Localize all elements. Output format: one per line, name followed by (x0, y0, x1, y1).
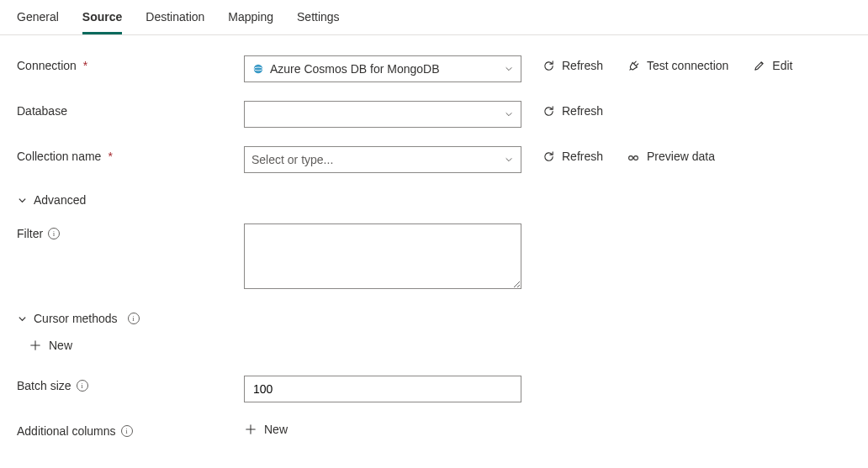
plus-icon (29, 339, 42, 352)
chevron-down-icon (504, 155, 514, 165)
refresh-label: Refresh (562, 59, 603, 72)
label-database: Database (17, 104, 67, 118)
info-icon[interactable]: i (77, 380, 88, 392)
label-additional-columns: Additional columns (17, 424, 116, 438)
chevron-down-icon (504, 109, 514, 119)
edit-label: Edit (772, 59, 792, 72)
required-marker: * (83, 59, 87, 72)
cosmos-db-icon (251, 62, 265, 76)
label-batch-size: Batch size (17, 379, 71, 392)
pencil-icon (752, 59, 765, 72)
svg-point-3 (634, 156, 638, 160)
refresh-icon (542, 104, 555, 118)
edit-connection-button[interactable]: Edit (752, 59, 792, 72)
preview-data-button[interactable]: Preview data (627, 150, 715, 163)
label-connection: Connection (17, 59, 77, 72)
required-marker: * (108, 150, 112, 163)
tab-bar: General Source Destination Mapping Setti… (0, 0, 868, 35)
glasses-icon (627, 150, 640, 163)
svg-point-2 (629, 156, 633, 160)
refresh-connection-button[interactable]: Refresh (542, 59, 603, 72)
tab-mapping[interactable]: Mapping (228, 0, 273, 34)
new-label: New (264, 423, 288, 436)
tab-source[interactable]: Source (82, 0, 122, 34)
info-icon[interactable]: i (48, 228, 60, 239)
refresh-database-button[interactable]: Refresh (542, 104, 603, 118)
plus-icon (244, 423, 257, 436)
new-label: New (49, 339, 72, 352)
refresh-label: Refresh (562, 150, 603, 163)
advanced-toggle[interactable]: Advanced (17, 192, 86, 208)
batch-size-input[interactable] (244, 376, 521, 402)
refresh-icon (542, 59, 555, 72)
refresh-collection-button[interactable]: Refresh (542, 150, 603, 163)
test-connection-button[interactable]: Test connection (627, 59, 728, 72)
refresh-label: Refresh (562, 104, 603, 118)
database-dropdown[interactable] (244, 101, 521, 128)
chevron-down-icon (17, 313, 27, 323)
connection-value: Azure Cosmos DB for MongoDB (270, 62, 504, 76)
filter-input[interactable] (244, 223, 521, 289)
cursor-methods-label: Cursor methods (34, 312, 118, 325)
tab-settings[interactable]: Settings (297, 0, 340, 34)
tab-general[interactable]: General (17, 0, 59, 34)
chevron-down-icon (17, 195, 27, 205)
tab-destination[interactable]: Destination (146, 0, 204, 34)
new-additional-column-button[interactable]: New (244, 423, 288, 436)
label-collection: Collection name (17, 150, 101, 163)
test-connection-label: Test connection (647, 59, 728, 72)
preview-data-label: Preview data (647, 150, 715, 163)
chevron-down-icon (504, 64, 514, 74)
info-icon[interactable]: i (121, 425, 133, 437)
plug-icon (627, 59, 640, 72)
svg-point-0 (254, 65, 263, 74)
collection-placeholder: Select or type... (251, 153, 504, 166)
form-area: Connection * Azure Cosmos DB for MongoDB… (0, 35, 868, 450)
advanced-label: Advanced (34, 193, 86, 207)
label-filter: Filter (17, 227, 43, 240)
cursor-methods-toggle[interactable]: Cursor methods i (17, 310, 140, 327)
info-icon[interactable]: i (128, 313, 140, 324)
refresh-icon (542, 150, 555, 163)
collection-dropdown[interactable]: Select or type... (244, 146, 521, 173)
new-cursor-method-button[interactable]: New (29, 339, 72, 352)
connection-dropdown[interactable]: Azure Cosmos DB for MongoDB (244, 55, 521, 82)
